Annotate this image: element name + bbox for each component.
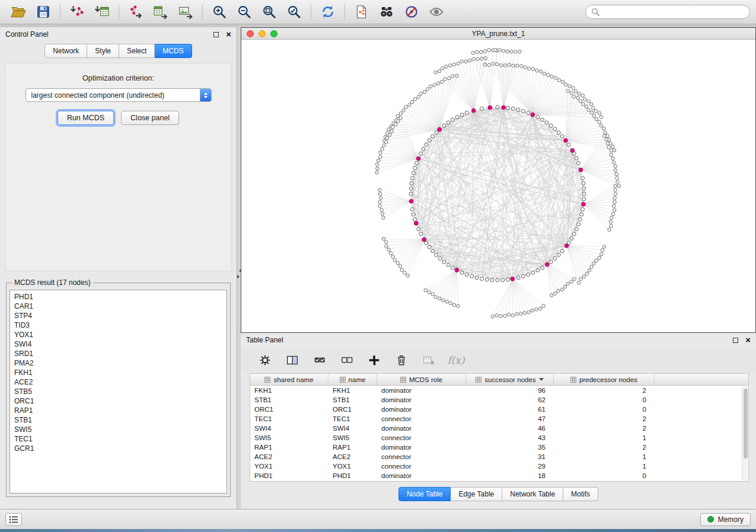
table-tab-network-table[interactable]: Network Table bbox=[502, 487, 563, 501]
zoom-in-button[interactable] bbox=[207, 2, 232, 22]
table-row[interactable]: TEC1TEC1connector472 bbox=[250, 414, 748, 424]
splitter-collapse-icons[interactable] bbox=[237, 269, 241, 278]
mcds-list-item[interactable]: RAP1 bbox=[10, 406, 227, 415]
tab-select[interactable]: Select bbox=[119, 44, 155, 58]
find-button[interactable] bbox=[374, 2, 399, 22]
table-cell: dominator bbox=[377, 425, 466, 432]
table-cell: dominator bbox=[377, 444, 466, 451]
search-input[interactable] bbox=[603, 8, 744, 16]
table-settings-button[interactable] bbox=[257, 352, 273, 368]
table-scrollbar[interactable] bbox=[742, 386, 748, 480]
hide-graphics-details-button[interactable] bbox=[399, 2, 424, 22]
minimize-window-icon[interactable] bbox=[259, 30, 266, 37]
table-cell: 18 bbox=[466, 472, 554, 479]
mcds-list-item[interactable]: ACE2 bbox=[10, 377, 227, 387]
close-panel-button[interactable]: Close panel bbox=[121, 111, 179, 125]
maximize-window-icon[interactable] bbox=[270, 30, 277, 37]
tab-network[interactable]: Network bbox=[44, 44, 87, 58]
apply-layout-button[interactable] bbox=[315, 2, 340, 22]
collapse-left-icon[interactable] bbox=[237, 269, 241, 273]
scrollbar-thumb[interactable] bbox=[744, 389, 748, 459]
table-cell: SWI4 bbox=[250, 425, 328, 432]
export-image-button[interactable] bbox=[173, 2, 198, 22]
column-header-label: MCDS role bbox=[409, 376, 442, 383]
column-type-icon bbox=[570, 377, 576, 383]
mcds-list-item[interactable]: PMA2 bbox=[10, 358, 227, 368]
criterion-select[interactable]: largest connected component (undirected) bbox=[25, 88, 212, 102]
table-row[interactable]: FKH1FKH1dominator962 bbox=[250, 386, 748, 395]
open-folder-icon bbox=[11, 4, 26, 20]
network-graph[interactable] bbox=[241, 40, 755, 332]
task-history-button[interactable] bbox=[5, 513, 22, 526]
open-session-button[interactable] bbox=[6, 2, 31, 22]
close-panel-icon[interactable]: × bbox=[226, 31, 231, 37]
memory-button[interactable]: Memory bbox=[700, 513, 751, 526]
mcds-list-item[interactable]: ORC1 bbox=[10, 396, 227, 406]
binoculars-icon bbox=[379, 4, 394, 20]
zoom-fit-button[interactable] bbox=[257, 2, 282, 22]
column-header-name[interactable]: name bbox=[328, 374, 377, 385]
mcds-list-item[interactable]: FKH1 bbox=[10, 368, 227, 377]
table-row[interactable]: ACE2ACE2connector311 bbox=[250, 452, 748, 462]
close-window-icon[interactable] bbox=[247, 30, 254, 37]
table-cell: STB1 bbox=[250, 396, 328, 403]
mcds-list-item[interactable]: GCR1 bbox=[10, 444, 227, 453]
toolbar-separator bbox=[202, 4, 203, 20]
float-table-panel-icon[interactable] bbox=[733, 338, 738, 343]
deselect-all-button[interactable] bbox=[339, 352, 355, 368]
mcds-list-item[interactable]: SRD1 bbox=[10, 349, 227, 358]
float-panel-icon[interactable] bbox=[213, 32, 219, 37]
zoom-out-button[interactable] bbox=[232, 2, 257, 22]
delete-column-button[interactable] bbox=[394, 352, 409, 368]
export-table-button[interactable] bbox=[148, 2, 173, 22]
mcds-list-item[interactable]: PHD1 bbox=[10, 292, 227, 302]
mcds-list-item[interactable]: SWI5 bbox=[10, 425, 227, 434]
mcds-list-item[interactable]: YOX1 bbox=[10, 330, 227, 339]
table-toolbar: f(x) bbox=[241, 347, 756, 373]
zoom-selected-button[interactable] bbox=[282, 2, 307, 22]
tab-style[interactable]: Style bbox=[87, 44, 119, 58]
save-session-button[interactable] bbox=[31, 2, 56, 22]
table-row[interactable]: PHD1PHD1dominator180 bbox=[250, 471, 748, 480]
mcds-list-item[interactable]: STB5 bbox=[10, 387, 227, 396]
import-network-button[interactable] bbox=[65, 2, 90, 22]
network-canvas[interactable] bbox=[241, 40, 755, 332]
table-tab-node-table[interactable]: Node Table bbox=[398, 487, 451, 501]
mcds-list-item[interactable]: TID3 bbox=[10, 321, 227, 330]
table-cell: STB1 bbox=[328, 396, 377, 403]
table-row[interactable]: ORC1ORC1dominator610 bbox=[250, 405, 748, 414]
tab-mcds[interactable]: MCDS bbox=[155, 44, 192, 58]
select-all-button[interactable] bbox=[312, 352, 327, 368]
mcds-result-list[interactable]: PHD1CAR1STP4TID3YOX1SWI4SRD1PMA2FKH1ACE2… bbox=[9, 290, 227, 493]
mcds-list-item[interactable]: CAR1 bbox=[10, 302, 227, 311]
table-cell: 46 bbox=[466, 425, 554, 432]
toolbar-search-box[interactable] bbox=[585, 5, 750, 19]
collapse-right-icon[interactable] bbox=[237, 275, 241, 278]
show-columns-button[interactable] bbox=[285, 352, 300, 368]
show-graphics-details-button[interactable] bbox=[424, 2, 449, 22]
import-table-button[interactable] bbox=[90, 2, 114, 22]
table-row[interactable]: STB1STB1dominator620 bbox=[250, 395, 748, 405]
table-row[interactable]: SWI5SWI5connector431 bbox=[250, 433, 748, 443]
panel-splitter[interactable] bbox=[237, 27, 241, 509]
mcds-list-item[interactable]: TEC1 bbox=[10, 434, 227, 444]
mcds-list-item[interactable]: STP4 bbox=[10, 311, 227, 321]
column-header-shared-name[interactable]: shared name bbox=[250, 374, 328, 385]
run-mcds-button[interactable]: Run MCDS bbox=[58, 111, 114, 125]
table-row[interactable]: RAP1RAP1dominator352 bbox=[250, 443, 748, 452]
table-row[interactable]: YOX1YOX1connector291 bbox=[250, 462, 748, 471]
function-builder-button: f(x) bbox=[448, 352, 464, 368]
table-cell: ACE2 bbox=[328, 453, 377, 460]
table-tab-motifs[interactable]: Motifs bbox=[563, 487, 598, 501]
column-header-predecessor-nodes[interactable]: predecessor nodes bbox=[554, 374, 655, 385]
add-column-button[interactable] bbox=[366, 352, 382, 368]
export-to-web-button[interactable] bbox=[349, 2, 374, 22]
table-tab-edge-table[interactable]: Edge Table bbox=[451, 487, 502, 501]
close-table-panel-icon[interactable]: × bbox=[745, 337, 751, 343]
mcds-list-item[interactable]: SWI4 bbox=[10, 339, 227, 349]
table-row[interactable]: SWI4SWI4dominator462 bbox=[250, 424, 748, 433]
column-header-successor-nodes[interactable]: successor nodes bbox=[466, 374, 554, 385]
export-network-button[interactable] bbox=[123, 2, 148, 22]
mcds-list-item[interactable]: STB1 bbox=[10, 415, 227, 425]
column-header-MCDS-role[interactable]: MCDS role bbox=[377, 374, 466, 385]
